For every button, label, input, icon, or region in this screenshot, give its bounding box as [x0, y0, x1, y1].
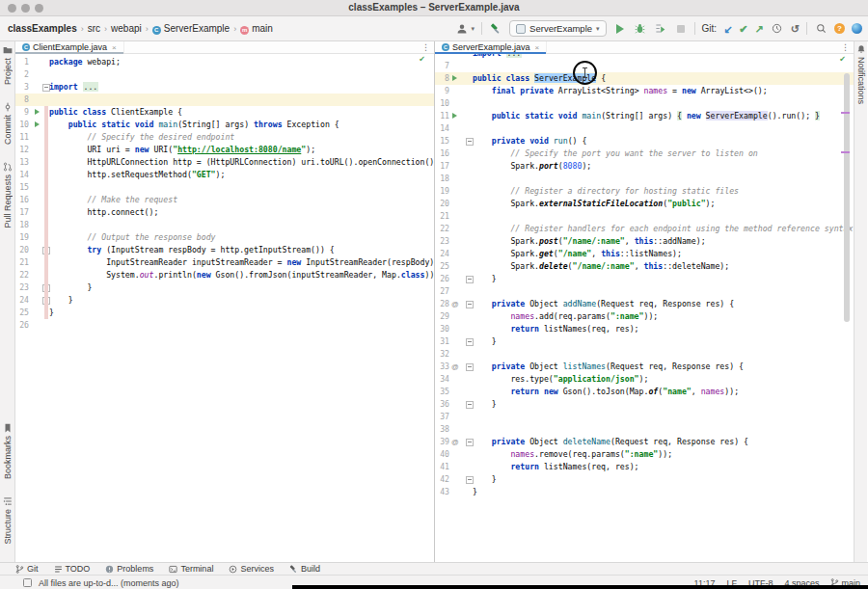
error-stripe-mark[interactable] — [841, 151, 850, 153]
line-number[interactable]: 8 — [15, 94, 29, 106]
vcs-status-message[interactable]: All files are up-to-d... (moments ago) — [39, 578, 179, 588]
line-number[interactable]: 22 — [15, 269, 29, 281]
tool-window-button-notifications[interactable]: Notifications — [856, 44, 866, 104]
line-number[interactable]: 10 — [435, 97, 449, 110]
line-number[interactable]: 24 — [15, 294, 29, 307]
user-profile-icon[interactable] — [455, 22, 469, 36]
line-number[interactable]: 7 — [435, 60, 449, 72]
code-line[interactable]: 43} — [435, 486, 854, 498]
line-number[interactable]: 10 — [15, 119, 29, 131]
code-with-me-icon[interactable] — [852, 23, 862, 34]
code-line[interactable]: 10 — [435, 97, 854, 110]
line-number[interactable]: 20 — [15, 244, 29, 256]
code-line[interactable]: 18 — [15, 219, 434, 231]
code-line[interactable]: 41 return listNames(req, res); — [435, 461, 854, 473]
code-line[interactable]: 19 // Register a directory for hosting s… — [435, 185, 854, 198]
code-line[interactable]: 9 final private ArrayList<String> names … — [435, 85, 854, 97]
line-number[interactable]: 23 — [435, 235, 449, 248]
line-number[interactable]: 33 — [435, 361, 449, 373]
run-gutter-icon[interactable] — [452, 75, 457, 81]
line-number[interactable]: 9 — [15, 106, 29, 119]
line-number[interactable]: 18 — [435, 173, 449, 185]
code-line[interactable]: 15 private void run() { — [435, 135, 854, 147]
close-tab-icon[interactable]: × — [535, 43, 540, 52]
line-number[interactable]: 16 — [435, 147, 449, 160]
line-number[interactable]: 17 — [435, 160, 449, 173]
code-line[interactable]: 16 // Make the request — [15, 194, 434, 206]
line-number[interactable]: 41 — [435, 461, 449, 473]
line-number[interactable]: 8 — [435, 72, 449, 85]
line-number[interactable]: 31 — [435, 335, 449, 348]
code-line[interactable]: 16 // Specify the port you want the serv… — [435, 147, 854, 160]
ide-update-badge-icon[interactable]: ? — [834, 23, 845, 34]
tab-serverexample[interactable]: C ServerExample.java × — [435, 41, 547, 53]
code-line[interactable]: 8 — [15, 94, 434, 106]
editor-body[interactable]: import ...78public class ServerExample {… — [435, 54, 854, 562]
run-button[interactable] — [613, 22, 627, 36]
code-line[interactable]: 3import ... — [15, 81, 434, 94]
line-number[interactable]: 21 — [15, 256, 29, 269]
code-line[interactable]: 24 } — [15, 294, 434, 307]
inspection-ok-icon[interactable]: ✔ — [839, 55, 846, 64]
line-number[interactable]: 29 — [435, 310, 449, 323]
run-gutter-icon[interactable] — [452, 113, 457, 119]
tool-window-button-terminal[interactable]: Terminal — [169, 564, 213, 574]
line-number[interactable]: 2 — [15, 68, 29, 81]
code-line[interactable]: 11 // Specify the desired endpoint — [15, 131, 434, 144]
close-tab-icon[interactable]: × — [112, 43, 117, 52]
code-line[interactable]: 33@ private Object listNames(Request req… — [435, 361, 854, 373]
push-icon[interactable]: ↗ — [755, 22, 764, 36]
line-number[interactable]: 40 — [435, 448, 449, 461]
line-number[interactable]: 25 — [15, 307, 29, 319]
code-line[interactable]: 21 — [435, 210, 854, 223]
breadcrumb-item[interactable]: CServerExample — [152, 23, 230, 35]
line-number[interactable]: 21 — [435, 210, 449, 223]
line-number[interactable]: 11 — [15, 131, 29, 144]
breadcrumb-item[interactable]: webapi — [111, 23, 142, 34]
code-line[interactable]: 19 // Output the response body — [15, 231, 434, 244]
line-number[interactable]: 39 — [435, 436, 449, 448]
line-number[interactable]: 19 — [15, 231, 29, 244]
line-number[interactable]: 30 — [435, 323, 449, 335]
code-line[interactable]: 25 Spark.delete("/name/:name", this::del… — [435, 260, 854, 273]
error-stripe-mark[interactable] — [841, 112, 850, 114]
code-line[interactable]: 10 public static void main(String[] args… — [15, 119, 434, 131]
code-line[interactable]: 37 — [435, 411, 854, 423]
code-line[interactable]: 8public class ServerExample { — [435, 72, 854, 85]
tool-window-button-structure[interactable]: Structure — [3, 496, 13, 545]
line-number[interactable]: 16 — [15, 194, 29, 206]
tool-window-button-project[interactable]: Project — [3, 45, 13, 85]
code-line[interactable]: 17 Spark.port(8080); — [435, 160, 854, 173]
history-icon[interactable] — [771, 22, 784, 36]
commit-icon[interactable]: ✔ — [739, 22, 747, 36]
line-number[interactable]: 19 — [435, 185, 449, 198]
code-line[interactable]: 32 — [435, 348, 854, 361]
line-number[interactable]: 13 — [15, 156, 29, 169]
code-line[interactable]: 26 } — [435, 273, 854, 285]
run-gutter-icon[interactable] — [35, 121, 40, 127]
tool-window-switcher-icon[interactable] — [23, 578, 32, 587]
code-line[interactable]: 28@ private Object addName(Request req, … — [435, 298, 854, 310]
code-line[interactable]: 31 } — [435, 335, 854, 348]
breadcrumb-item[interactable]: src — [88, 23, 100, 34]
code-line[interactable]: 21 InputStreamReader inputStreamReader =… — [15, 256, 434, 269]
code-line[interactable]: 13 HttpURLConnection http = (HttpURLConn… — [15, 156, 434, 169]
line-number[interactable]: 12 — [15, 144, 29, 156]
code-line[interactable]: 39@ private Object deleteName(Request re… — [435, 436, 854, 448]
code-line[interactable]: 23 Spark.post("/name/:name", this::addNa… — [435, 235, 854, 248]
line-number[interactable]: 27 — [435, 285, 449, 298]
code-line[interactable]: 17 http.connect(); — [15, 206, 434, 219]
run-configuration-select[interactable]: ServerExample ▾ — [509, 20, 606, 37]
code-line[interactable]: 29 names.add(req.params(":name")); — [435, 310, 854, 323]
line-number[interactable]: 42 — [435, 473, 449, 486]
line-number[interactable]: 11 — [435, 110, 449, 122]
inspection-ok-icon[interactable]: ✔ — [419, 55, 425, 64]
code-line[interactable]: 36 } — [435, 398, 854, 411]
line-number[interactable]: 37 — [435, 411, 449, 423]
line-number[interactable]: 9 — [435, 85, 449, 97]
tool-window-button-pull-requests[interactable]: Pull Requests — [3, 162, 13, 228]
code-line[interactable]: 40 names.remove(req.params(":name")); — [435, 448, 854, 461]
tool-window-button-problems[interactable]: Problems — [105, 564, 153, 574]
tool-window-button-bookmarks[interactable]: Bookmarks — [3, 423, 13, 479]
line-number[interactable]: 35 — [435, 386, 449, 398]
